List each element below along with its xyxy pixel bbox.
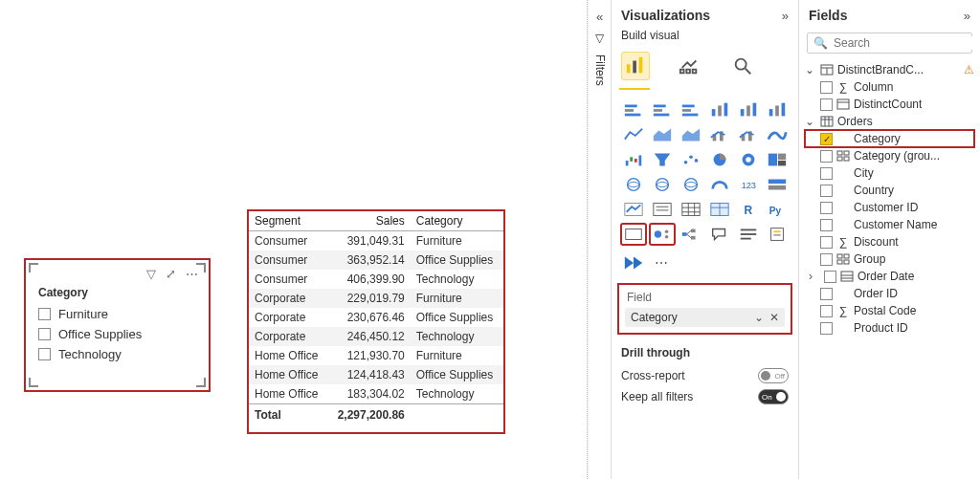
slicer-visual[interactable]: ▽ ⤢ ⋯ Category FurnitureOffice SuppliesT… [24, 258, 211, 392]
field-checkbox[interactable] [820, 253, 833, 266]
chevron-down-icon[interactable]: ⌄ [754, 311, 764, 324]
field-node[interactable]: Group [805, 250, 974, 268]
field-checkbox[interactable] [820, 236, 833, 249]
slicer-item[interactable]: Technology [31, 344, 204, 364]
collapse-fields-icon[interactable]: » [964, 9, 970, 23]
chevron-down-icon[interactable]: ⌄ [805, 63, 816, 76]
build-visual-tab[interactable] [621, 52, 650, 80]
slicer-item[interactable]: Furniture [31, 304, 204, 324]
field-chip-category[interactable]: Category ⌄ ✕ [625, 308, 785, 327]
viz-line-col[interactable] [707, 124, 732, 145]
viz-paginated[interactable] [765, 224, 790, 245]
chevron-right-icon[interactable]: › [809, 270, 820, 283]
viz-col-clustered[interactable] [707, 99, 732, 120]
viz-card[interactable]: 123 [736, 174, 761, 195]
viz-azure-map[interactable] [679, 174, 703, 195]
viz-gauge[interactable] [707, 174, 732, 195]
field-node[interactable]: ∑Discount [805, 233, 974, 250]
chevron-down-icon[interactable]: ⌄ [805, 115, 816, 128]
field-checkbox[interactable] [820, 305, 833, 317]
report-canvas[interactable]: ▽ ⤢ ⋯ Category FurnitureOffice SuppliesT… [0, 0, 587, 479]
viz-donut[interactable] [736, 149, 761, 170]
checkbox[interactable] [38, 328, 51, 340]
viz-area[interactable] [650, 124, 675, 145]
viz-slicer[interactable] [650, 199, 675, 220]
field-node[interactable]: Product ID [805, 319, 974, 337]
filter-icon[interactable]: ▽ [146, 267, 156, 281]
field-checkbox[interactable] [820, 150, 833, 163]
viz-scatter[interactable] [679, 149, 703, 170]
field-checkbox[interactable] [820, 322, 833, 335]
column-header[interactable]: Category [411, 211, 503, 231]
viz-kpi[interactable] [621, 199, 646, 220]
viz-powerautomate[interactable] [621, 252, 646, 273]
field-node[interactable]: ∑Postal Code [805, 302, 974, 319]
viz-map[interactable] [621, 174, 646, 195]
collapse-visualizations-icon[interactable]: » [782, 9, 789, 23]
viz-line-col2[interactable] [736, 124, 761, 145]
viz-bar-clustered[interactable] [650, 99, 675, 120]
viz-filled-map[interactable] [650, 174, 675, 195]
viz-python-visual[interactable] [621, 224, 646, 245]
table-visual[interactable]: SegmentSalesCategory Consumer391,049.31F… [247, 209, 505, 434]
format-visual-tab[interactable] [675, 52, 703, 80]
viz-more[interactable]: ⋯ [650, 252, 675, 273]
field-node[interactable]: Country [805, 182, 974, 199]
viz-decomp[interactable] [679, 224, 703, 245]
checkbox[interactable] [38, 308, 51, 320]
analytics-tab[interactable] [728, 52, 757, 80]
search-input[interactable] [834, 36, 977, 50]
cross-report-toggle[interactable]: Off [758, 368, 789, 383]
viz-qa[interactable] [707, 224, 732, 245]
field-checkbox[interactable] [820, 167, 833, 180]
fields-search[interactable]: 🔍 [807, 33, 972, 54]
field-checkbox[interactable]: ✓ [820, 133, 833, 145]
filters-pane-collapsed[interactable]: « ▽ Filters [588, 0, 611, 479]
field-node[interactable]: ›Order Date [805, 268, 974, 285]
viz-col100[interactable] [765, 99, 790, 120]
viz-key-influencers[interactable] [650, 224, 675, 245]
viz-area-stacked[interactable] [679, 124, 703, 145]
field-node[interactable]: ✓Category [805, 130, 974, 147]
keep-all-filters-toggle[interactable]: On [758, 389, 789, 404]
field-node[interactable]: Category (grou... [805, 147, 974, 164]
viz-multi-card[interactable] [765, 174, 790, 195]
viz-treemap[interactable] [765, 149, 790, 170]
viz-ribbon[interactable] [765, 124, 790, 145]
field-checkbox[interactable] [824, 271, 836, 283]
viz-r[interactable]: R [736, 199, 761, 220]
table-node[interactable]: ⌄Orders [805, 113, 974, 130]
viz-waterfall[interactable] [621, 149, 646, 170]
field-node[interactable]: Customer ID [805, 199, 974, 216]
field-checkbox[interactable] [820, 219, 833, 231]
focus-icon[interactable]: ⤢ [166, 267, 176, 281]
viz-col-stacked[interactable] [736, 99, 761, 120]
field-node[interactable]: Order ID [805, 285, 974, 302]
field-checkbox[interactable] [820, 81, 833, 94]
column-header[interactable]: Segment [249, 211, 327, 231]
viz-bar-stacked[interactable] [621, 99, 646, 120]
table-node[interactable]: ⌄DistinctBrandC...⚠ [805, 61, 974, 78]
field-checkbox[interactable] [820, 98, 833, 111]
field-checkbox[interactable] [820, 288, 833, 300]
viz-bar100[interactable] [679, 99, 703, 120]
remove-field-icon[interactable]: ✕ [769, 311, 779, 324]
field-node[interactable]: Customer Name [805, 216, 974, 233]
viz-narrative[interactable] [736, 224, 761, 245]
checkbox[interactable] [38, 348, 51, 360]
expand-filters-icon[interactable]: « [596, 10, 603, 24]
viz-pie[interactable] [707, 149, 732, 170]
viz-funnel[interactable] [650, 149, 675, 170]
viz-table[interactable] [679, 199, 703, 220]
column-header[interactable]: Sales [327, 211, 410, 231]
field-node[interactable]: ∑Column [805, 78, 974, 96]
field-checkbox[interactable] [820, 202, 833, 214]
viz-matrix[interactable] [707, 199, 732, 220]
slicer-item[interactable]: Office Supplies [31, 324, 204, 344]
viz-line[interactable] [621, 124, 646, 145]
viz-py[interactable]: Py [765, 199, 790, 220]
svg-rect-24 [775, 105, 779, 116]
field-checkbox[interactable] [820, 185, 833, 197]
field-node[interactable]: City [805, 164, 974, 182]
field-node[interactable]: DistinctCount [805, 96, 974, 113]
